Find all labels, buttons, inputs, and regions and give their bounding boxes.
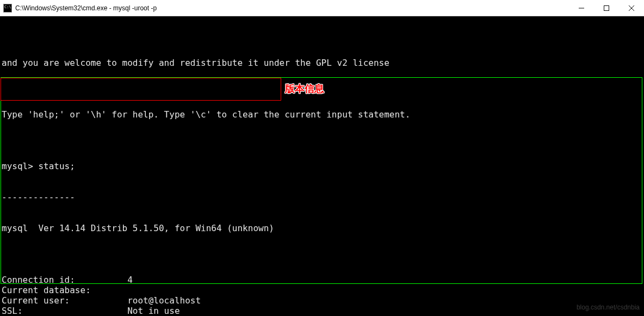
help-line: Type 'help;' or '\h' for help. Type '\c'…	[2, 109, 644, 120]
minimize-button[interactable]	[569, 0, 594, 16]
window-titlebar: C:\Windows\System32\cmd.exe - mysql -uro…	[0, 0, 644, 16]
status-row: Current database:	[2, 285, 644, 295]
status-block: Connection id: 4Current database: Curren…	[2, 275, 644, 316]
watermark: blog.csdn.net/csdnbia	[577, 302, 640, 313]
cmd-icon	[3, 4, 12, 13]
annotation-label: 版本信息	[285, 84, 324, 94]
window-buttons	[569, 0, 644, 16]
close-button[interactable]	[619, 0, 644, 16]
intro-line: and you are welcome to modify and redist…	[2, 58, 644, 68]
maximize-button[interactable]	[594, 0, 619, 16]
svg-rect-1	[604, 5, 609, 10]
status-row: Connection id: 4	[2, 275, 644, 285]
status-row: SSL: Not in use	[2, 306, 644, 316]
minimize-icon	[579, 5, 584, 11]
dashes: --------------	[2, 192, 644, 202]
terminal-area[interactable]: and you are welcome to modify and redist…	[0, 16, 644, 316]
maximize-icon	[604, 5, 609, 11]
version-line: mysql Ver 14.14 Distrib 5.1.50, for Win6…	[2, 223, 644, 233]
window-title: C:\Windows\System32\cmd.exe - mysql -uro…	[15, 4, 569, 12]
status-row: Current user: root@localhost	[2, 295, 644, 306]
close-icon	[629, 5, 634, 11]
prompt-status: mysql> status;	[2, 161, 644, 171]
